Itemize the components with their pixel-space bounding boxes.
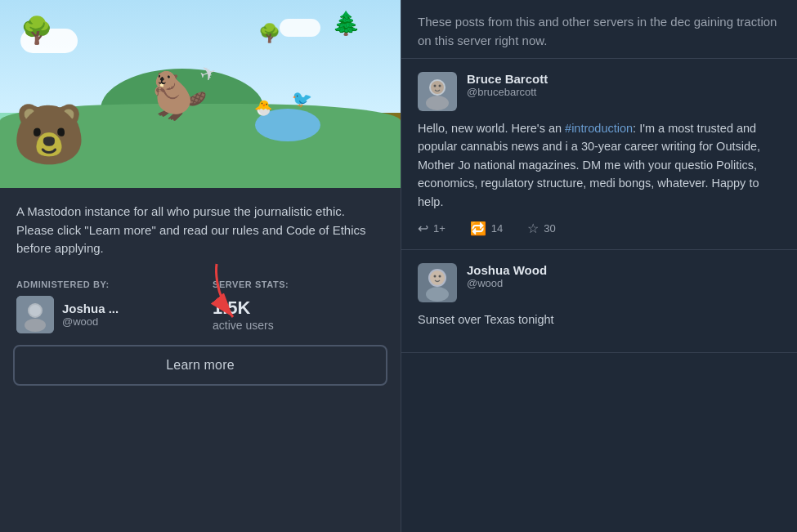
avatar-bruce[interactable] [418,72,457,111]
svg-point-15 [434,275,437,278]
hashtag-introduction[interactable]: #introduction [565,122,633,135]
boost-icon: 🔁 [470,221,486,236]
post-header-joshua: Joshua Wood @wood [418,263,781,302]
stat-description: active users [213,319,384,332]
svg-point-14 [426,287,449,302]
server-stats-section: SERVER STATS: 1.5K active users [213,279,384,332]
admin-avatar [16,296,54,333]
post-meta-bruce: Bruce Barcott @brucebarcott [467,72,781,98]
admin-name: Joshua ... [62,302,119,315]
post-card-joshua: Joshua Wood @wood Sunset over Texas toni… [401,250,797,352]
favorite-count-bruce: 30 [544,222,555,235]
server-stats-numbers: 1.5K active users [213,296,384,332]
favorite-icon: ☆ [527,221,539,236]
svg-point-2 [25,319,46,332]
post-author-name-bruce[interactable]: Bruce Barcott [467,72,781,86]
reply-count-bruce: 1+ [433,222,446,235]
trending-text: These posts from this and other servers … [418,15,777,47]
post-content-bruce: Hello, new world. Here's an #introductio… [418,119,781,211]
avatar-joshua[interactable] [418,263,457,302]
post-author-handle-joshua[interactable]: @wood [467,277,781,289]
svg-point-7 [431,81,444,94]
svg-point-13 [430,270,445,285]
post-author-handle-bruce[interactable]: @brucebarcott [467,86,781,98]
post-content-joshua: Sunset over Texas tonight [418,311,781,329]
svg-point-3 [29,305,41,316]
admin-text: Joshua ... @wood [62,302,119,328]
svg-point-16 [439,275,441,278]
server-stats-label: SERVER STATS: [213,279,384,289]
right-panel: These posts from this and other servers … [401,0,797,532]
learn-more-button[interactable]: Learn more [13,345,387,386]
boost-action-bruce[interactable]: 🔁 14 [470,221,503,236]
trending-intro: These posts from this and other servers … [401,0,797,59]
admin-handle: @wood [62,315,119,328]
post-header-bruce: Bruce Barcott @brucebarcott [418,72,781,111]
description: A Mastodon instance for all who pursue t… [0,188,401,268]
admin-info[interactable]: Joshua ... @wood [16,296,188,333]
admin-label: ADMINISTERED BY: [16,279,188,289]
boost-count-bruce: 14 [491,222,503,235]
left-panel: 🐻 🦫 🐦 🐣 🌳 🌲 🌳 ✈ A Mastodon instance for … [0,0,401,532]
admin-section: ADMINISTERED BY: Joshua ... @wood [16,279,188,333]
hero-image: 🐻 🦫 🐦 🐣 🌳 🌲 🌳 ✈ [0,0,401,188]
svg-point-8 [426,96,449,110]
post-card-bruce: Bruce Barcott @brucebarcott Hello, new w… [401,59,797,250]
post-actions-bruce: ↩ 1+ 🔁 14 ☆ 30 [418,221,781,236]
stat-number: 1.5K [213,297,384,319]
post-author-name-joshua[interactable]: Joshua Wood [467,263,781,277]
svg-point-10 [439,85,441,87]
reply-action-bruce[interactable]: ↩ 1+ [418,221,446,236]
favorite-action-bruce[interactable]: ☆ 30 [527,221,555,236]
svg-point-9 [434,85,437,87]
stats-row: ADMINISTERED BY: Joshua ... @wood [0,268,401,342]
post-meta-joshua: Joshua Wood @wood [467,263,781,289]
reply-icon: ↩ [418,221,428,236]
